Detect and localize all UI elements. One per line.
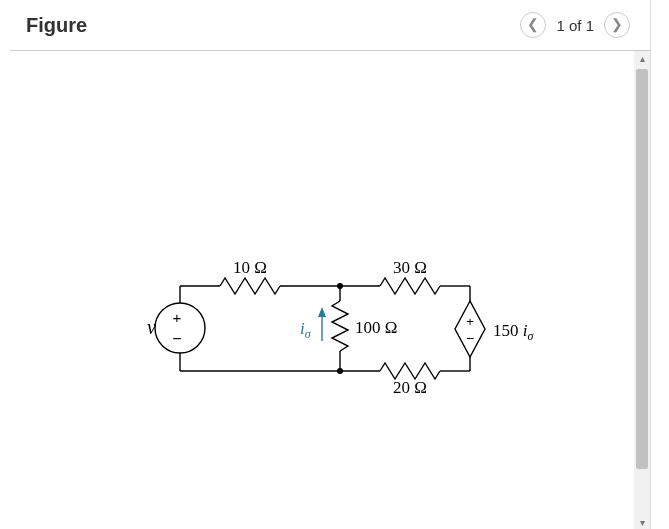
figure-title: Figure — [26, 14, 516, 37]
svg-text:−: − — [466, 330, 474, 346]
figure-content: + − + − — [10, 51, 650, 529]
pager-text: 1 of 1 — [556, 17, 594, 34]
scroll-thumb[interactable] — [636, 69, 648, 469]
prev-button[interactable]: ❮ — [520, 12, 546, 38]
voltage-source-label: v — [147, 316, 156, 338]
svg-text:−: − — [172, 330, 181, 347]
next-button[interactable]: ❯ — [604, 12, 630, 38]
r1-label: 10 Ω — [233, 258, 267, 277]
dep-source-label: 150 iσ — [493, 321, 534, 343]
i-sigma-label: iσ — [300, 319, 312, 341]
scroll-down-icon[interactable]: ▾ — [634, 515, 650, 529]
r3-label: 100 Ω — [355, 318, 397, 337]
svg-text:+: + — [173, 309, 182, 326]
circuit-diagram: + − + − — [10, 51, 630, 529]
svg-text:+: + — [466, 314, 474, 329]
r4-label: 20 Ω — [393, 378, 427, 397]
r2-label: 30 Ω — [393, 258, 427, 277]
svg-marker-22 — [318, 307, 326, 317]
svg-point-20 — [337, 368, 343, 374]
vertical-scrollbar[interactable]: ▴ ▾ — [634, 51, 650, 529]
panel-header: Figure ❮ 1 of 1 ❯ — [10, 0, 650, 51]
figure-panel: Figure ❮ 1 of 1 ❯ + − — [10, 0, 651, 529]
scroll-up-icon[interactable]: ▴ — [634, 51, 650, 67]
svg-point-19 — [337, 283, 343, 289]
svg-marker-12 — [455, 301, 485, 357]
